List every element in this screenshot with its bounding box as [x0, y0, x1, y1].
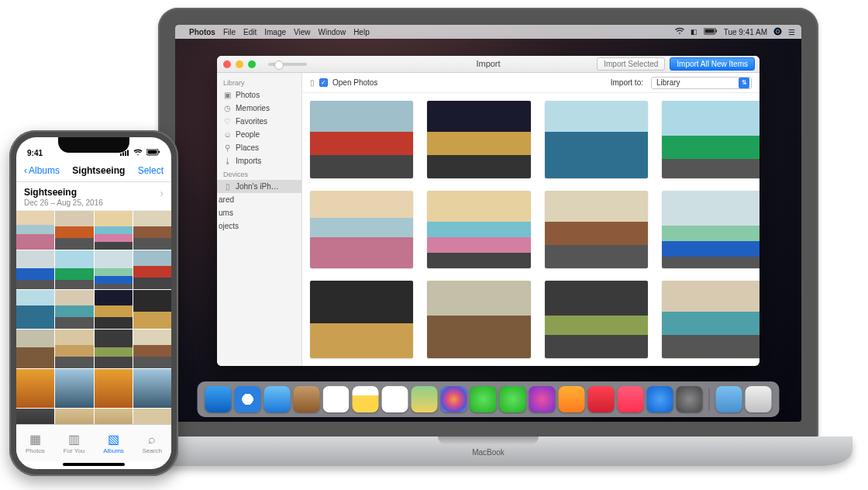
import-selected-button[interactable]: Import Selected: [597, 57, 665, 71]
sidebar-item-places[interactable]: ⚲Places: [217, 141, 301, 154]
photo-thumbnail[interactable]: [95, 369, 133, 408]
sidebar-item-albums[interactable]: ums: [217, 206, 301, 219]
photo-thumbnail[interactable]: [55, 369, 93, 408]
sidebar-item-photos[interactable]: ▣Photos: [217, 88, 301, 102]
dock-appstore-icon[interactable]: [647, 386, 673, 412]
tab-photos[interactable]: ▦Photos: [26, 432, 45, 454]
macbook-label: MacBook: [472, 448, 505, 457]
menu-view[interactable]: View: [294, 28, 311, 36]
dock-maps-icon[interactable]: [412, 386, 438, 412]
dock-messages-icon[interactable]: [470, 386, 497, 412]
dock-news-icon[interactable]: [588, 386, 615, 412]
sidebar-item-shared[interactable]: ared: [217, 193, 301, 206]
sidebar-item-device[interactable]: ▯John's iPh…: [217, 180, 301, 193]
photo-thumbnail[interactable]: [16, 211, 54, 250]
dock-notes-icon[interactable]: [353, 386, 379, 412]
photo-thumbnail[interactable]: [55, 290, 93, 329]
dock-facetime-icon[interactable]: [500, 386, 526, 412]
sidebar-item-projects[interactable]: ojects: [217, 219, 301, 233]
import-thumbnail[interactable]: [427, 281, 530, 358]
dock-music-icon[interactable]: [618, 386, 644, 412]
photo-thumbnail[interactable]: [55, 409, 93, 424]
menu-help[interactable]: Help: [353, 28, 370, 36]
import-to-select[interactable]: Library ⇅: [651, 77, 752, 89]
tab-search[interactable]: ⌕Search: [143, 433, 162, 454]
window-titlebar[interactable]: Import Import Selected Import All New It…: [217, 56, 760, 73]
wifi-icon[interactable]: [675, 27, 684, 36]
album-section-header[interactable]: Sightseeing Dec 26 – Aug 25, 2016 ›: [16, 182, 171, 211]
iphone-notch: [58, 137, 129, 153]
dock-ibooks-icon[interactable]: [559, 386, 585, 412]
menu-edit[interactable]: Edit: [243, 28, 257, 36]
menu-window[interactable]: Window: [319, 28, 346, 36]
dock-itunes-icon[interactable]: [529, 386, 556, 412]
menu-image[interactable]: Image: [264, 28, 286, 36]
sidebar-item-people[interactable]: ☺People: [217, 128, 301, 141]
import-thumbnail[interactable]: [427, 101, 530, 178]
import-thumbnail[interactable]: [545, 281, 648, 358]
photo-thumbnail[interactable]: [95, 330, 133, 368]
import-thumbnail[interactable]: [662, 281, 760, 358]
import-thumbnail[interactable]: [545, 191, 648, 268]
dock-mail-icon[interactable]: [264, 386, 291, 412]
menubar-clock[interactable]: Tue 9:41 AM: [724, 28, 767, 36]
battery-icon[interactable]: [704, 28, 718, 36]
dock-trash-icon[interactable]: [746, 386, 772, 412]
dock-folder-icon[interactable]: [716, 386, 742, 412]
dock-calendar-icon[interactable]: [323, 386, 350, 412]
menu-file[interactable]: File: [223, 28, 236, 36]
menubar-app-name[interactable]: Photos: [189, 28, 215, 36]
close-icon[interactable]: [223, 60, 231, 68]
photo-thumbnail[interactable]: [55, 250, 93, 289]
dock-photos-icon[interactable]: [441, 386, 467, 412]
thumbnail-size-slider[interactable]: [268, 63, 307, 66]
sidebar-item-imports[interactable]: ⭳Imports: [217, 154, 301, 167]
import-thumbnail[interactable]: [310, 101, 413, 178]
dock-safari-icon[interactable]: [235, 386, 261, 412]
import-thumbnail[interactable]: [545, 101, 648, 178]
dock-reminders-icon[interactable]: [382, 386, 408, 412]
import-all-button[interactable]: Import All New Items: [670, 57, 755, 71]
import-thumbnail[interactable]: [662, 191, 760, 268]
photo-thumbnail[interactable]: [16, 409, 54, 424]
import-thumbnail[interactable]: [310, 191, 413, 268]
photo-thumbnail[interactable]: [16, 250, 54, 289]
photo-thumbnail[interactable]: [55, 211, 93, 250]
photo-thumbnail[interactable]: [133, 409, 171, 424]
sidebar-item-favorites[interactable]: ♡Favorites: [217, 115, 301, 128]
siri-icon[interactable]: [773, 27, 782, 37]
photo-thumbnail[interactable]: [16, 369, 54, 408]
notification-center-icon[interactable]: ☰: [788, 28, 795, 36]
import-toolbar: ▯ ✓ Open Photos Import to: Library ⇅: [302, 73, 760, 93]
dock-contacts-icon[interactable]: [294, 386, 320, 412]
tab-for-you[interactable]: ▥For You: [64, 432, 85, 454]
photo-thumbnail[interactable]: [95, 211, 133, 250]
import-thumbnail[interactable]: [310, 281, 413, 358]
home-indicator[interactable]: [16, 461, 171, 469]
photo-thumbnail[interactable]: [95, 290, 133, 329]
photo-thumbnail[interactable]: [16, 290, 54, 329]
import-thumbnail[interactable]: [662, 101, 760, 178]
dock-preferences-icon[interactable]: [677, 386, 703, 412]
photos-sidebar: Library ▣Photos ◷Memories ♡Favorites ☺Pe…: [217, 73, 302, 366]
import-thumbnail[interactable]: [427, 191, 530, 268]
photos-app-window: Import Import Selected Import All New It…: [217, 56, 760, 366]
photo-thumbnail[interactable]: [95, 250, 133, 289]
photo-thumbnail[interactable]: [133, 330, 171, 368]
photo-thumbnail[interactable]: [133, 250, 171, 289]
photo-thumbnail[interactable]: [16, 330, 54, 368]
photo-thumbnail[interactable]: [133, 290, 171, 329]
back-button[interactable]: ‹Albums: [24, 165, 60, 176]
tab-albums[interactable]: ▧Albums: [103, 432, 124, 454]
ios-photo-grid[interactable]: [16, 211, 171, 424]
photo-thumbnail[interactable]: [55, 330, 93, 368]
dock-finder-icon[interactable]: [205, 386, 232, 412]
photo-thumbnail[interactable]: [133, 211, 171, 250]
select-button[interactable]: Select: [138, 165, 164, 176]
sidebar-item-memories[interactable]: ◷Memories: [217, 102, 301, 115]
photo-thumbnail[interactable]: [133, 369, 171, 408]
open-photos-checkbox[interactable]: ✓: [319, 78, 328, 87]
minimize-icon[interactable]: [236, 60, 243, 68]
photo-thumbnail[interactable]: [95, 409, 133, 424]
zoom-icon[interactable]: [248, 60, 256, 68]
